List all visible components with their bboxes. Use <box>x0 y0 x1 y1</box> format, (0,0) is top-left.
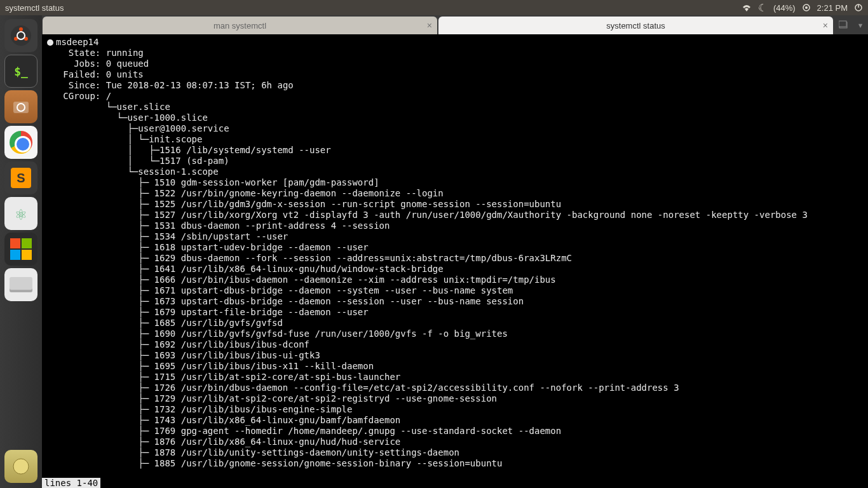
tab-menu-icon[interactable]: ▾ <box>853 15 868 34</box>
svg-point-11 <box>13 459 29 474</box>
unity-launcher: $_ S ⚛ <box>0 15 42 488</box>
jobs-label: Jobs: <box>74 58 100 69</box>
window-title: systemctl status <box>5 3 64 13</box>
moon-icon[interactable]: ☾ <box>758 2 767 14</box>
launcher-virtualbox[interactable] <box>4 233 37 266</box>
cgroup-label: CGroup: <box>63 91 100 101</box>
state-value: running <box>106 48 144 58</box>
launcher-drive[interactable] <box>4 268 37 301</box>
sound-icon[interactable] <box>802 3 811 12</box>
launcher-trash[interactable] <box>4 450 37 483</box>
tab-systemctl-status[interactable]: systemctl status × <box>438 17 833 34</box>
close-icon[interactable]: × <box>427 20 432 30</box>
pager-status: lines 1-40 <box>42 478 100 488</box>
terminal-tabbar: man systemctl × systemctl status × ▾ <box>42 15 868 34</box>
svg-point-5 <box>19 27 23 31</box>
top-menubar: systemctl status ☾ (44%) 2:21 PM <box>0 0 868 15</box>
state-label: State: <box>69 48 101 58</box>
launcher-terminal[interactable]: $_ <box>4 55 37 88</box>
terminal-output[interactable]: msdeep14 State: running Jobs: 0 queued F… <box>42 34 868 471</box>
terminal-window: man systemctl × systemctl status × ▾ msd… <box>42 15 868 488</box>
system-indicators[interactable]: ☾ (44%) 2:21 PM <box>742 2 863 14</box>
tab-title: man systemctl <box>214 21 266 30</box>
since-value: Tue 2018-02-13 08:07:13 IST; 6h ago <box>106 80 294 90</box>
battery-percent[interactable]: (44%) <box>773 3 796 13</box>
svg-point-1 <box>805 6 808 9</box>
cgroup-tree: └─user.slice └─user-1000.slice ├─user@10… <box>47 102 808 468</box>
tab-man-systemctl[interactable]: man systemctl × <box>43 17 437 34</box>
launcher-atom[interactable]: ⚛ <box>4 197 37 230</box>
launcher-dash[interactable] <box>4 19 37 52</box>
status-dot-icon <box>47 39 53 46</box>
launcher-files[interactable] <box>4 90 37 123</box>
launcher-chrome[interactable] <box>4 126 37 159</box>
svg-rect-13 <box>839 21 846 27</box>
since-label: Since: <box>69 80 101 90</box>
clock[interactable]: 2:21 PM <box>817 3 848 13</box>
launcher-sublime[interactable]: S <box>4 161 37 194</box>
jobs-value: 0 queued <box>106 58 149 69</box>
new-tab-button[interactable] <box>834 15 853 34</box>
hostname: msdeep14 <box>56 37 98 47</box>
tab-title: systemctl status <box>606 21 665 30</box>
failed-value: 0 units <box>106 69 144 79</box>
wifi-icon[interactable] <box>742 4 752 11</box>
cgroup-value: / <box>106 91 111 101</box>
close-icon[interactable]: × <box>823 20 828 30</box>
power-icon[interactable] <box>854 3 863 12</box>
failed-label: Failed: <box>63 69 100 79</box>
